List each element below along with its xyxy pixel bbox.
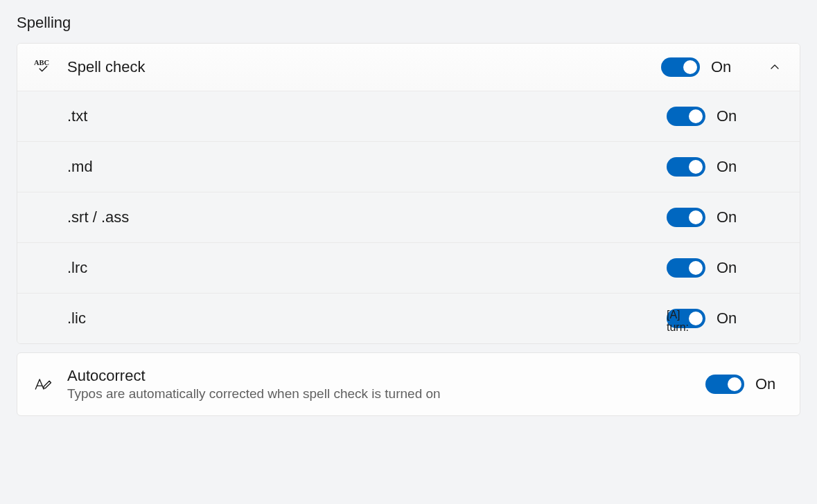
spellcheck-item-md: .md On [17,141,800,192]
toggle-knob [689,312,703,325]
toggle-wrap: [A] turn: On [667,309,783,328]
toggle-wrap: On [667,157,783,177]
lrc-toggle[interactable] [667,258,705,278]
toggle-label: On [717,309,744,327]
chevron-up-icon [766,59,783,75]
autocorrect-card: Autocorrect Typos are automatically corr… [17,352,800,416]
spellcheck-expander-header[interactable]: ABC Spell check On [17,44,800,91]
spellcheck-abc-icon: ABC [34,57,53,77]
toggle-label: On [717,107,744,125]
autocorrect-title: Autocorrect [67,367,692,385]
toggle-knob [689,261,703,275]
section-title: Spelling [17,0,800,43]
spellcheck-item-lic: .lic [A] turn: On [17,293,800,343]
spellcheck-toggle-wrap: On [661,57,739,77]
toggle-wrap: On [667,208,783,227]
autocorrect-description: Typos are automatically corrected when s… [67,386,692,402]
srt-ass-toggle[interactable] [667,208,705,227]
list-item-label: .md [67,158,653,176]
list-item-label: .txt [67,107,653,125]
autocorrect-icon [34,375,53,394]
toggle-label: On [717,259,744,277]
list-item-label: .srt / .ass [67,208,653,226]
toggle-knob [683,60,697,74]
autocorrect-toggle[interactable] [705,375,744,394]
spellcheck-card: ABC Spell check On .txt On [17,43,800,344]
spellcheck-toggle[interactable] [661,57,700,77]
spellcheck-title: Spell check [67,58,647,76]
spellcheck-item-srt-ass: .srt / .ass On [17,192,800,242]
toggle-knob [689,109,703,123]
autocorrect-toggle-label: On [755,375,783,393]
toggle-knob [689,160,703,174]
list-item-label: .lrc [67,259,653,277]
toggle-wrap: On [667,107,783,126]
lic-toggle[interactable]: [A] turn: [667,309,705,328]
txt-toggle[interactable] [667,107,705,126]
spellcheck-toggle-label: On [711,58,739,76]
spellcheck-item-txt: .txt On [17,91,800,141]
autocorrect-text: Autocorrect Typos are automatically corr… [67,367,692,402]
toggle-wrap: On [667,258,783,278]
spellcheck-item-lrc: .lrc On [17,242,800,293]
toggle-label: On [717,208,744,226]
autocorrect-toggle-wrap: On [705,375,783,394]
toggle-label: On [717,158,744,176]
toggle-knob [689,210,703,224]
svg-text:ABC: ABC [34,59,49,66]
spellcheck-sub-items: .txt On .md On .srt / .ass [17,91,800,343]
list-item-label: .lic [67,309,653,327]
md-toggle[interactable] [667,157,705,177]
toggle-knob [728,377,741,391]
